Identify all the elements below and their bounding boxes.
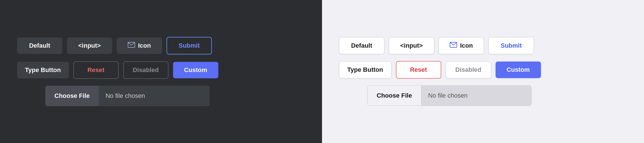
envelope-icon-light <box>450 42 457 49</box>
light-custom-button[interactable]: Custom <box>496 62 541 78</box>
dark-row-1: Default <input> Icon Submit <box>17 37 305 54</box>
dark-icon-button-label: Icon <box>138 42 151 49</box>
light-icon-button[interactable]: Icon <box>439 37 484 54</box>
light-disabled-button[interactable]: Disabled <box>446 61 491 78</box>
dark-panel: Default <input> Icon Submit Type Button … <box>0 0 322 143</box>
light-icon-button-label: Icon <box>460 42 473 49</box>
light-row-1: Default <input> Icon Submit <box>339 37 627 54</box>
dark-no-file-label: No file chosen <box>99 92 210 100</box>
dark-reset-button[interactable]: Reset <box>73 61 119 79</box>
light-reset-button[interactable]: Reset <box>396 61 441 79</box>
light-panel: Default <input> Icon Submit Type Button … <box>322 0 644 143</box>
envelope-icon <box>128 42 135 49</box>
light-file-row: Choose File No file chosen <box>339 85 627 106</box>
dark-disabled-button[interactable]: Disabled <box>123 61 169 79</box>
light-input-button[interactable]: <input> <box>389 37 434 54</box>
light-file-input: Choose File No file chosen <box>367 85 532 106</box>
dark-icon-button[interactable]: Icon <box>117 37 162 54</box>
dark-choose-file-button[interactable]: Choose File <box>45 86 99 106</box>
light-typebutton-button[interactable]: Type Button <box>339 61 391 78</box>
dark-file-input: Choose File No file chosen <box>45 86 210 106</box>
light-submit-button[interactable]: Submit <box>489 37 534 54</box>
light-no-file-label: No file chosen <box>421 92 531 99</box>
dark-submit-button[interactable]: Submit <box>167 37 212 54</box>
dark-custom-button[interactable]: Custom <box>173 62 218 78</box>
dark-row-2: Type Button Reset Disabled Custom <box>17 61 305 79</box>
dark-input-button[interactable]: <input> <box>67 37 112 54</box>
dark-typebutton-button[interactable]: Type Button <box>17 62 69 78</box>
light-choose-file-button[interactable]: Choose File <box>368 86 421 106</box>
dark-file-row: Choose File No file chosen <box>17 86 305 106</box>
dark-default-button[interactable]: Default <box>17 37 62 54</box>
light-row-2: Type Button Reset Disabled Custom <box>339 61 627 79</box>
light-default-button[interactable]: Default <box>339 37 384 54</box>
